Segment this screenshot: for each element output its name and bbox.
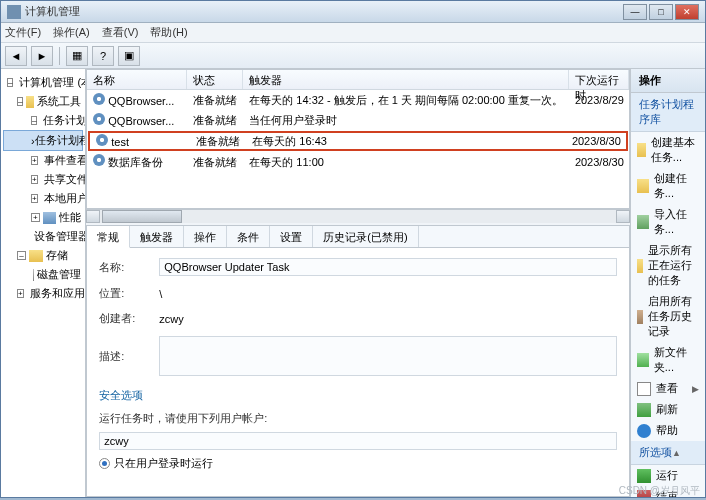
action-enable-history[interactable]: 启用所有任务历史记录 <box>631 291 705 342</box>
tree-label: 磁盘管理 <box>37 267 81 282</box>
col-trigger[interactable]: 触发器 <box>243 70 569 89</box>
play-icon <box>637 469 651 483</box>
table-row[interactable]: QQBrowser... 准备就绪 当任何用户登录时 <box>87 110 629 130</box>
tree-label: 任务计划程序库 <box>35 133 87 148</box>
scroll-left-button[interactable] <box>86 210 100 223</box>
action-refresh[interactable]: 刷新 <box>631 399 705 420</box>
tree-task-scheduler[interactable]: –任务计划程序 <box>3 111 83 130</box>
table-row[interactable]: QQBrowser... 准备就绪 在每天的 14:32 - 触发后，在 1 天… <box>87 90 629 110</box>
tree-system-tools[interactable]: –系统工具 <box>3 92 83 111</box>
minimize-button[interactable]: — <box>623 4 647 20</box>
scroll-right-button[interactable] <box>616 210 630 223</box>
action-new-folder[interactable]: 新文件夹... <box>631 342 705 378</box>
menu-file[interactable]: 文件(F) <box>5 25 41 40</box>
action-run[interactable]: 运行 <box>631 465 705 486</box>
newfolder-icon <box>637 353 649 367</box>
task-icon <box>93 93 105 105</box>
col-status[interactable]: 状态 <box>187 70 243 89</box>
actions-section-selected: 所选项▲ <box>631 441 705 465</box>
table-row-highlighted[interactable]: test 准备就绪 在每天的 16:43 2023/8/30 <box>88 131 628 151</box>
name-field[interactable]: QQBrowser Updater Task <box>159 258 617 276</box>
tree-label: 计算机管理 (本地) <box>19 75 86 90</box>
location-label: 位置: <box>99 286 159 301</box>
actions-header: 操作 <box>631 69 705 93</box>
action-view[interactable]: 查看▶ <box>631 378 705 399</box>
toolbar: ◄ ► ▦ ? ▣ <box>1 43 705 69</box>
col-next[interactable]: 下次运行时 <box>569 70 629 89</box>
tab-settings[interactable]: 设置 <box>270 226 313 247</box>
watermark: CSDN @岁月风平 <box>619 484 700 498</box>
details-panel: 常规 触发器 操作 条件 设置 历史记录(已禁用) 名称: QQBrowser … <box>86 225 630 497</box>
menu-view[interactable]: 查看(V) <box>102 25 139 40</box>
tab-actions[interactable]: 操作 <box>184 226 227 247</box>
security-text: 运行任务时，请使用下列用户帐户: <box>99 411 617 426</box>
action-create-basic[interactable]: 创建基本任务... <box>631 132 705 168</box>
tree-local-users[interactable]: +本地用户和组 <box>3 189 83 208</box>
forward-button[interactable]: ► <box>31 46 53 66</box>
location-value: \ <box>159 288 162 300</box>
tree-event-viewer[interactable]: +事件查看器 <box>3 151 83 170</box>
tree-label: 存储 <box>46 248 68 263</box>
task-list[interactable]: 名称 状态 触发器 下次运行时 QQBrowser... 准备就绪 在每天的 1… <box>86 69 630 209</box>
menu-action[interactable]: 操作(A) <box>53 25 90 40</box>
tool-button-2[interactable]: ? <box>92 46 114 66</box>
tree-root[interactable]: –计算机管理 (本地) <box>3 73 83 92</box>
horizontal-scrollbar[interactable] <box>86 209 630 223</box>
name-label: 名称: <box>99 260 159 275</box>
tree-services[interactable]: +服务和应用程序 <box>3 284 83 303</box>
tree-label: 事件查看器 <box>44 153 87 168</box>
list-header: 名称 状态 触发器 下次运行时 <box>87 70 629 90</box>
maximize-button[interactable]: □ <box>649 4 673 20</box>
tree-label: 服务和应用程序 <box>30 286 87 301</box>
table-row[interactable]: 数据库备份 准备就绪 在每天的 11:00 2023/8/30 <box>87 152 629 172</box>
scroll-thumb[interactable] <box>102 210 182 223</box>
close-button[interactable]: ✕ <box>675 4 699 20</box>
tree-panel[interactable]: –计算机管理 (本地) –系统工具 –任务计划程序 › 任务计划程序库 +事件查… <box>1 69 86 497</box>
app-icon <box>7 5 21 19</box>
tree-task-library[interactable]: › 任务计划程序库 <box>3 130 83 151</box>
tab-conditions[interactable]: 条件 <box>227 226 270 247</box>
author-value: zcwy <box>159 313 183 325</box>
tree-device-manager[interactable]: 设备管理器 <box>3 227 83 246</box>
menu-help[interactable]: 帮助(H) <box>150 25 187 40</box>
running-icon <box>637 259 643 273</box>
action-create-task[interactable]: 创建任务... <box>631 168 705 204</box>
tree-performance[interactable]: +性能 <box>3 208 83 227</box>
tool-button-3[interactable]: ▣ <box>118 46 140 66</box>
tool-button-1[interactable]: ▦ <box>66 46 88 66</box>
author-label: 创建者: <box>99 311 159 326</box>
task-icon <box>93 113 105 125</box>
tab-history[interactable]: 历史记录(已禁用) <box>313 226 418 247</box>
action-help[interactable]: 帮助 <box>631 420 705 441</box>
tab-triggers[interactable]: 触发器 <box>130 226 184 247</box>
action-import[interactable]: 导入任务... <box>631 204 705 240</box>
refresh-icon <box>637 403 651 417</box>
view-icon <box>637 382 651 396</box>
radio-label: 只在用户登录时运行 <box>114 456 213 471</box>
radio-login-only[interactable] <box>99 458 110 469</box>
history-icon <box>637 310 643 324</box>
tree-label: 共享文件夹 <box>44 172 87 187</box>
task-icon <box>637 143 646 157</box>
tree-label: 系统工具 <box>37 94 81 109</box>
tree-label: 任务计划程序 <box>43 113 86 128</box>
desc-field[interactable] <box>159 336 617 376</box>
tree-disk-mgmt[interactable]: 磁盘管理 <box>3 265 83 284</box>
tree-label: 本地用户和组 <box>44 191 87 206</box>
back-button[interactable]: ◄ <box>5 46 27 66</box>
import-icon <box>637 215 649 229</box>
tree-label: 设备管理器 <box>34 229 86 244</box>
task-icon <box>637 179 649 193</box>
action-show-running[interactable]: 显示所有正在运行的任务 <box>631 240 705 291</box>
tree-storage[interactable]: –存储 <box>3 246 83 265</box>
col-name[interactable]: 名称 <box>87 70 187 89</box>
tree-shared-folders[interactable]: +共享文件夹 <box>3 170 83 189</box>
tab-general[interactable]: 常规 <box>87 226 130 248</box>
tree-label: 性能 <box>59 210 81 225</box>
security-account: zcwy <box>99 432 617 450</box>
security-title: 安全选项 <box>99 388 617 403</box>
actions-panel: 操作 任务计划程序库 创建基本任务... 创建任务... 导入任务... 显示所… <box>631 69 705 497</box>
desc-label: 描述: <box>99 349 159 364</box>
tabs: 常规 触发器 操作 条件 设置 历史记录(已禁用) <box>87 226 629 248</box>
window-title: 计算机管理 <box>25 4 623 19</box>
